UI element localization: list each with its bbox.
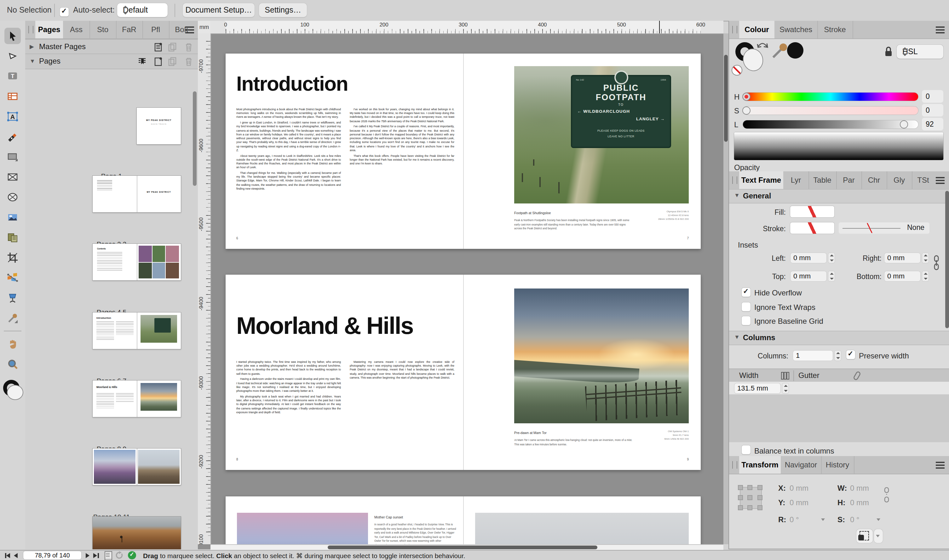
first-page-arrow[interactable]	[6, 553, 10, 558]
place-image-tool[interactable]	[5, 209, 21, 226]
shear-value[interactable]: 0 °	[850, 515, 860, 524]
first-page-button[interactable]	[5, 553, 6, 558]
transform-origin-dropdown[interactable]	[874, 529, 883, 543]
photo-mothercap-sunset[interactable]	[237, 513, 368, 544]
chevron-down-icon[interactable]: ▼	[29, 58, 35, 64]
preflight-ok-icon[interactable]	[128, 551, 136, 559]
node-tool[interactable]	[5, 48, 21, 64]
columns-table-row[interactable]: 131.5 mm	[729, 382, 949, 394]
link-insets-icon[interactable]	[932, 255, 941, 271]
tab-text-frame[interactable]: Text Frame	[739, 171, 783, 189]
artistic-text-tool[interactable]: A	[5, 108, 21, 125]
tab-table[interactable]: Table	[809, 171, 837, 189]
canvas-area[interactable]: mm 0 100 200 300 400 500 600 -9700 -9600…	[198, 21, 723, 549]
page-thumbnail-12-13[interactable]	[92, 517, 181, 549]
frame-text-tool[interactable]: T	[5, 68, 21, 85]
stepper[interactable]	[834, 350, 841, 361]
stepper[interactable]	[922, 271, 929, 282]
stepper[interactable]	[828, 271, 835, 282]
panel-menu-icon[interactable]	[936, 26, 944, 33]
panel-drag-handle[interactable]	[732, 461, 737, 469]
colour-mode-dropdown[interactable]: HSL	[897, 45, 943, 58]
tab-preflight[interactable]: Pfl	[142, 21, 169, 38]
auto-select-checkbox[interactable]	[60, 8, 69, 16]
pages-section[interactable]: ▼ Pages	[25, 54, 198, 69]
document-setup-button[interactable]: Document Setup…	[183, 3, 254, 17]
current-page-field[interactable]: 78,79 of 140	[23, 551, 81, 559]
ruler-unit[interactable]: mm	[198, 21, 211, 34]
preflight-document-icon[interactable]	[105, 551, 112, 560]
tab-pages[interactable]: Pages	[35, 21, 63, 38]
next-page-button[interactable]	[86, 553, 89, 558]
scrollbar-thumb[interactable]	[724, 55, 728, 142]
tab-assets[interactable]: Ass	[63, 21, 90, 38]
page-thumbnail-10-11[interactable]	[92, 449, 181, 485]
panel-drag-handle[interactable]	[732, 176, 737, 184]
photo-gritstone-tor[interactable]	[475, 513, 689, 544]
view-hand-tool[interactable]	[5, 336, 21, 352]
transform-origin-button[interactable]	[857, 529, 873, 543]
duplicate-page-icon[interactable]	[168, 42, 177, 52]
picked-colour-swatch[interactable]	[787, 42, 803, 58]
settings-button[interactable]: Settings…	[259, 3, 307, 17]
lightness-value[interactable]: 92	[922, 118, 943, 131]
lightness-slider[interactable]	[743, 120, 918, 129]
previous-page-button[interactable]	[14, 553, 18, 558]
sync-icon[interactable]	[115, 551, 123, 560]
text-fill-swatch[interactable]	[790, 206, 834, 217]
warp-transform-tool[interactable]	[5, 269, 21, 286]
page-thumbnail-4-5[interactable]: Contents	[92, 244, 181, 280]
chevron-down-icon[interactable]	[877, 518, 880, 521]
tab-stock[interactable]: Sto	[89, 21, 117, 38]
duplicate-page-icon[interactable]	[168, 57, 177, 66]
section-anchor-icon[interactable]	[137, 57, 147, 66]
tab-navigator[interactable]: Navigator	[781, 456, 822, 474]
swap-colours-icon[interactable]	[757, 40, 768, 49]
chevron-right-icon[interactable]: ▶	[29, 43, 34, 50]
transform-anchor-selector[interactable]	[738, 485, 763, 510]
panel-scrollbar-thumb[interactable]	[945, 191, 949, 328]
columns-count-input[interactable]: 1	[793, 350, 833, 361]
crop-tool[interactable]	[5, 249, 21, 266]
colour-picker-tool[interactable]	[5, 310, 21, 326]
no-colour-icon[interactable]	[732, 65, 742, 75]
pasteboard[interactable]: Introduction Most photographers introduc…	[211, 33, 723, 544]
hide-overflow-checkbox[interactable]	[742, 288, 750, 297]
tab-transform[interactable]: Transform	[739, 456, 781, 474]
move-tool[interactable]	[5, 28, 21, 44]
tab-fields[interactable]: FaR	[116, 21, 143, 38]
page-thumbnail-6-7[interactable]: Introduction	[92, 312, 181, 349]
slider-thumb[interactable]	[900, 120, 908, 129]
photo-footpath-sign[interactable]: No 1421994 PUBLIC FOOTPATH TO ← WILDBOAR…	[514, 66, 689, 203]
tab-text-styles[interactable]: TSt	[912, 171, 935, 189]
last-page-button[interactable]	[98, 553, 99, 558]
stepper[interactable]	[922, 252, 929, 263]
point-transform-tool[interactable]	[5, 290, 21, 306]
ignore-baseline-grid-checkbox[interactable]	[742, 316, 750, 325]
master-pages-section[interactable]: ▶ Master Pages	[25, 39, 198, 55]
delete-page-icon[interactable]	[184, 57, 193, 66]
zoom-tool[interactable]	[5, 356, 21, 372]
horizontal-ruler[interactable]: 0 100 200 300 400 500 600	[211, 21, 723, 34]
saturation-value[interactable]: 0	[922, 104, 943, 117]
last-page-arrow[interactable]	[93, 553, 97, 558]
table-tool[interactable]	[5, 88, 21, 105]
w-value[interactable]: 0 mm	[850, 484, 869, 492]
asset-pages-tool[interactable]	[5, 229, 21, 246]
preserve-width-checkbox[interactable]	[846, 350, 855, 359]
spread-pages-8-9[interactable]: Moorland & Hills I started photography t…	[226, 275, 701, 470]
stepper[interactable]	[782, 383, 789, 393]
panel-menu-icon[interactable]	[185, 26, 194, 33]
text-stroke-swatch[interactable]	[790, 222, 834, 234]
tab-history[interactable]: History	[821, 456, 855, 474]
pen-tool[interactable]	[5, 129, 21, 145]
ignore-text-wraps-checkbox[interactable]	[742, 302, 750, 311]
photo-mamtor-sunrise[interactable]	[514, 289, 689, 423]
vertical-ruler[interactable]: -9700 -9600 -9500 -9400 -9300 -9200 -910…	[198, 33, 211, 544]
add-page-icon[interactable]	[154, 57, 163, 66]
tab-stroke[interactable]: Stroke	[817, 21, 853, 38]
tab-colour[interactable]: Colour	[739, 21, 775, 38]
spread-pages-10-11[interactable]: Mother Cap sunset In search of a good he…	[226, 496, 701, 544]
picture-frame-rectangle-tool[interactable]	[5, 169, 21, 185]
inset-right-input[interactable]: 0 mm	[884, 252, 921, 263]
